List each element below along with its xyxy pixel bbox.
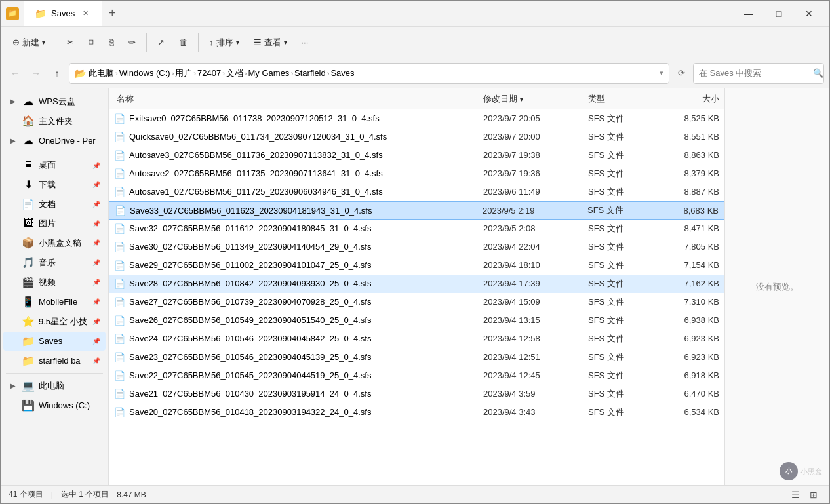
file-row[interactable]: 📄 Save30_027C65BBM56_011349_202309041404… [109, 238, 724, 256]
breadcrumb-bar[interactable]: 📂 此电脑 › Windows (C:) › 用户 › 72407 › 文档 ›… [69, 63, 669, 84]
new-tab-button[interactable]: + [102, 4, 122, 24]
sidebar-item-video[interactable]: 🎬 视频 📌 [3, 273, 106, 292]
sidebar-item-saves[interactable]: 📁 Saves 📌 [3, 332, 106, 351]
refresh-button[interactable]: ⟳ [672, 64, 690, 83]
file-row[interactable]: 📄 Autosave3_027C65BBM56_011736_202309071… [109, 146, 724, 165]
sidebar-item-download[interactable]: ⬇ 下载 📌 [3, 175, 106, 194]
pin-docs: 📌 [92, 201, 100, 208]
up-button[interactable]: ↑ [48, 64, 66, 83]
wps-icon: ☁ [22, 95, 35, 107]
status-count: 41 个项目 [9, 489, 43, 500]
file-row[interactable]: 📄 Save21_027C65BBM56_010430_202309031959… [109, 385, 724, 403]
sidebar-label-wc: Windows (C:) [39, 400, 100, 410]
file-row[interactable]: 📄 Autosave1_027C65BBM56_011725_202309060… [109, 183, 724, 201]
sidebar-item-wc[interactable]: 💾 Windows (C:) [3, 396, 106, 415]
file-row[interactable]: 📄 Save33_027C65BBM56_011623_202309041819… [109, 201, 724, 220]
status-sep-1: | [51, 490, 53, 499]
main-area: ▶ ☁ WPS云盘 🏠 主文件夹 ▶ ☁ OneDrive - Per 🖥 桌面… [1, 88, 829, 485]
sidebar-label-home: 主文件夹 [39, 115, 100, 127]
preview-text: 没有预览。 [756, 281, 799, 293]
breadcrumb-dropdown[interactable]: ▾ [660, 69, 663, 77]
cut-button[interactable]: ✂ [60, 33, 81, 51]
search-icon: 🔍 [813, 68, 823, 78]
sidebar-item-home[interactable]: 🏠 主文件夹 [3, 111, 106, 130]
file-row[interactable]: 📄 Save32_027C65BBM56_011612_202309041808… [109, 220, 724, 238]
breadcrumb-mygames[interactable]: My Games [248, 68, 290, 78]
sidebar-item-music[interactable]: 🎵 音乐 📌 [3, 253, 106, 272]
sidebar-item-docs[interactable]: 📄 文档 📌 [3, 195, 106, 214]
tab-saves[interactable]: 📁 Saves ✕ [24, 1, 102, 26]
desktop-icon: 🖥 [22, 159, 35, 171]
file-type: SFS 文件 [588, 168, 654, 180]
file-row[interactable]: 📄 Save24_027C65BBM56_010546_202309040458… [109, 330, 724, 348]
pictures-icon: 🖼 [22, 218, 35, 229]
paste-button[interactable]: ⎘ [102, 33, 121, 51]
col-header-date[interactable]: 修改日期 ▾ [483, 93, 588, 105]
file-row[interactable]: 📄 Save23_027C65BBM56_010546_202309040451… [109, 348, 724, 366]
file-row[interactable]: 📄 Save26_027C65BBM56_010549_202309040515… [109, 311, 724, 330]
breadcrumb-computer[interactable]: 📂 此电脑 [75, 68, 114, 79]
sidebar-label-desktop: 桌面 [39, 159, 89, 171]
file-row[interactable]: 📄 Autosave2_027C65BBM56_011735_202309071… [109, 165, 724, 183]
rename-button[interactable]: ✏ [122, 33, 142, 51]
file-row[interactable]: 📄 Exitsave0_027C65BBM56_011738_202309071… [109, 109, 724, 128]
file-row[interactable]: 📄 Save27_027C65BBM56_010739_202309040709… [109, 293, 724, 311]
sidebar-item-xhh[interactable]: 📦 小黑盒文稿 📌 [3, 233, 106, 252]
copy-button[interactable]: ⧉ [82, 33, 101, 52]
col-size-label: 大小 [702, 94, 719, 104]
view-chevron: ▾ [284, 39, 287, 46]
file-size: 8,379 KB [654, 168, 719, 178]
grid-view-button[interactable]: ⊞ [806, 488, 821, 502]
sidebar-label-pictures: 图片 [39, 218, 89, 229]
file-row[interactable]: 📄 Save29_027C65BBM56_011002_202309041010… [109, 256, 724, 275]
file-type: SFS 文件 [588, 186, 654, 198]
sidebar-item-computer[interactable]: ▶ 💻 此电脑 [3, 376, 106, 395]
search-input[interactable] [699, 68, 809, 78]
file-name: Save27_027C65BBM56_010739_20230904070928… [129, 297, 483, 307]
file-date: 2023/9/5 2:19 [483, 206, 587, 216]
view-button[interactable]: ☰ 查看 ▾ [247, 33, 294, 52]
file-row[interactable]: 📄 Quicksave0_027C65BBM56_011734_20230907… [109, 128, 724, 146]
file-date: 2023/9/4 18:10 [483, 260, 588, 270]
col-header-name[interactable]: 名称 [114, 93, 483, 105]
docs-icon: 📄 [22, 198, 35, 210]
file-row[interactable]: 📄 Save20_027C65BBM56_010418_202309031943… [109, 403, 724, 421]
share-button[interactable]: ↗ [151, 33, 171, 51]
breadcrumb-saves[interactable]: Saves [330, 68, 354, 78]
file-row[interactable]: 📄 Save28_027C65BBM56_010842_202309040939… [109, 275, 724, 293]
file-date: 2023/9/4 12:45 [483, 370, 588, 380]
tab-close-button[interactable]: ✕ [80, 8, 91, 19]
sidebar-item-wps[interactable]: ▶ ☁ WPS云盘 [3, 92, 106, 111]
home-icon: 🏠 [22, 115, 35, 127]
file-icon: 📄 [114, 352, 125, 362]
sidebar-label-xhh: 小黑盒文稿 [39, 237, 89, 249]
back-button[interactable]: ← [6, 64, 24, 83]
sidebar-item-mobile[interactable]: 📱 MobileFile 📌 [3, 292, 106, 311]
breadcrumb-docs[interactable]: 文档 [226, 68, 243, 79]
breadcrumb-72407[interactable]: 72407 [197, 68, 221, 78]
sidebar-item-sfba[interactable]: 📁 starfield ba 📌 [3, 351, 106, 370]
breadcrumb-users[interactable]: 用户 [175, 68, 192, 79]
sort-button[interactable]: ↕ 排序 ▾ [203, 33, 246, 52]
separator-3 [198, 33, 199, 52]
sidebar: ▶ ☁ WPS云盘 🏠 主文件夹 ▶ ☁ OneDrive - Per 🖥 桌面… [1, 88, 109, 485]
minimize-button[interactable]: — [734, 3, 764, 24]
maximize-button[interactable]: □ [764, 3, 794, 24]
file-icon: 📄 [114, 389, 125, 399]
search-box[interactable]: 🔍 [693, 63, 824, 84]
list-view-button[interactable]: ☰ [787, 488, 803, 502]
file-name: Save32_027C65BBM56_011612_20230904180845… [129, 223, 483, 233]
close-button[interactable]: ✕ [794, 3, 824, 24]
sidebar-item-pictures[interactable]: 🖼 图片 📌 [3, 214, 106, 233]
rename-icon: ✏ [128, 37, 136, 47]
delete-button[interactable]: 🗑 [172, 33, 194, 51]
sidebar-item-desktop[interactable]: 🖥 桌面 📌 [3, 156, 106, 174]
new-button[interactable]: ⊕ 新建 ▾ [6, 33, 52, 52]
forward-button[interactable]: → [27, 64, 45, 83]
more-button[interactable]: ··· [295, 33, 315, 51]
file-row[interactable]: 📄 Save22_027C65BBM56_010545_202309040445… [109, 366, 724, 385]
sidebar-item-onedrive[interactable]: ▶ ☁ OneDrive - Per [3, 131, 106, 150]
breadcrumb-starfield[interactable]: Starfield [294, 68, 326, 78]
breadcrumb-c[interactable]: Windows (C:) [119, 68, 170, 78]
sidebar-item-starfield[interactable]: ⭐ 9.5星空 小技 📌 [3, 312, 106, 331]
